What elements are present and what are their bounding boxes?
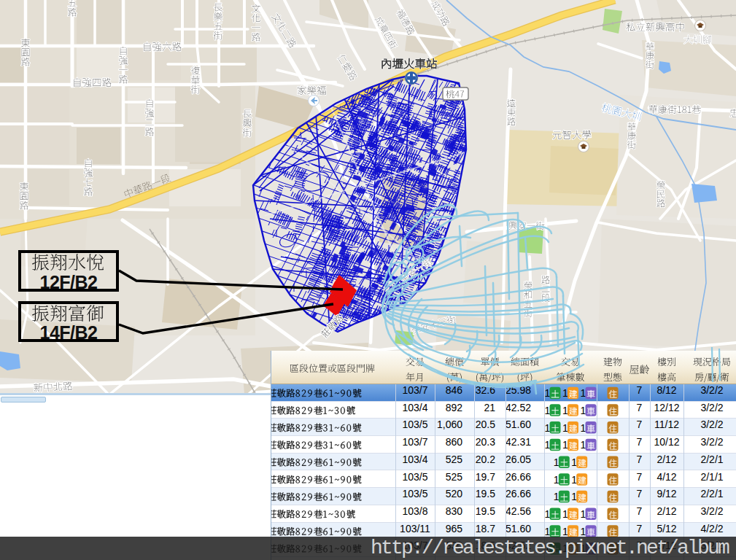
svg-text:1: 1 [545,526,551,537]
svg-text:1: 1 [562,422,568,434]
svg-text:1: 1 [545,422,551,434]
svg-text:1: 1 [554,491,559,502]
svg-text:1: 1 [581,508,586,520]
svg-text:1: 1 [571,474,577,486]
svg-text:1: 1 [554,474,559,486]
svg-text:1: 1 [545,405,551,416]
svg-text:1: 1 [581,405,586,416]
svg-text:1: 1 [545,439,551,451]
svg-text:1: 1 [562,405,568,416]
svg-text:1: 1 [571,491,577,502]
svg-text:1: 1 [581,439,586,451]
svg-text:1: 1 [581,526,586,537]
svg-text:1: 1 [545,508,551,520]
svg-text:1: 1 [554,456,559,468]
svg-text:14F/B2: 14F/B2 [40,322,98,343]
svg-text:1: 1 [562,439,568,451]
svg-text:12F/B2: 12F/B2 [40,272,98,292]
svg-text:1: 1 [581,422,586,434]
svg-text:1: 1 [562,508,568,520]
svg-text:1: 1 [562,526,568,537]
svg-text:1: 1 [571,456,577,468]
